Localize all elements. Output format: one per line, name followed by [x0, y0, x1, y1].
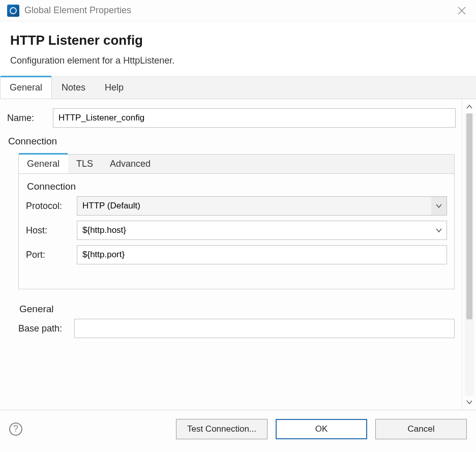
general-group: General Base path: — [7, 298, 462, 338]
sub-tab-tls[interactable]: TLS — [68, 155, 102, 173]
dialog-footer: ? Test Connection... OK Cancel — [0, 410, 476, 447]
general-group-label: General — [18, 298, 455, 319]
base-path-field[interactable] — [74, 319, 455, 338]
body-area: Name: Connection General TLS Advanced Co… — [0, 99, 476, 410]
name-label: Name: — [7, 113, 53, 124]
page-title: HTTP Listener config — [10, 33, 466, 48]
protocol-field[interactable] — [77, 196, 447, 216]
protocol-label: Protocol: — [26, 201, 77, 212]
host-row: Host: — [26, 221, 447, 240]
scroll-thumb[interactable] — [466, 113, 472, 319]
window-title: Global Element Properties — [24, 5, 455, 16]
tab-label: General — [10, 82, 42, 93]
connection-section-label: Connection — [7, 131, 462, 151]
port-input[interactable] — [77, 245, 447, 264]
tab-label: TLS — [76, 159, 93, 169]
tab-notes[interactable]: Notes — [52, 77, 95, 99]
scroll-up-icon[interactable] — [465, 102, 474, 111]
host-input[interactable] — [77, 221, 447, 240]
sub-body: Connection Protocol: Host: — [19, 174, 454, 289]
host-label: Host: — [26, 225, 77, 236]
name-row: Name: — [7, 105, 462, 131]
protocol-select[interactable] — [77, 196, 447, 216]
name-input[interactable] — [53, 108, 456, 128]
titlebar: Global Element Properties — [0, 0, 476, 21]
scroll-track[interactable] — [465, 113, 474, 396]
sub-tab-general[interactable]: General — [19, 155, 68, 173]
port-label: Port: — [26, 250, 77, 260]
tab-general[interactable]: General — [0, 77, 52, 99]
cancel-button[interactable]: Cancel — [375, 419, 467, 439]
dialog-header: HTTP Listener config Configuration eleme… — [0, 21, 476, 77]
base-path-label: Base path: — [18, 323, 74, 334]
base-path-row: Base path: — [18, 319, 455, 338]
tab-label: Advanced — [110, 159, 151, 169]
scroll-content: Name: Connection General TLS Advanced Co… — [0, 99, 462, 410]
port-field[interactable] — [77, 245, 447, 264]
ok-button[interactable]: OK — [276, 419, 367, 439]
help-icon[interactable]: ? — [9, 423, 22, 436]
vertical-scrollbar[interactable] — [462, 99, 476, 410]
test-connection-button[interactable]: Test Connection... — [176, 419, 267, 439]
app-icon — [7, 5, 19, 17]
scroll-down-icon[interactable] — [465, 398, 474, 407]
tab-label: Help — [105, 82, 124, 93]
connection-group-label: Connection — [26, 181, 447, 196]
protocol-row: Protocol: — [26, 196, 447, 216]
host-field[interactable] — [77, 221, 447, 240]
tab-label: Notes — [62, 82, 85, 93]
page-subtitle: Configuration element for a HttpListener… — [10, 55, 466, 66]
connection-sub-panel: General TLS Advanced Connection Protocol… — [18, 154, 455, 289]
close-icon[interactable] — [455, 4, 469, 18]
tab-help[interactable]: Help — [95, 77, 133, 99]
top-tabstrip: General Notes Help — [0, 77, 476, 99]
sub-tabstrip: General TLS Advanced — [19, 155, 454, 174]
base-path-input[interactable] — [74, 319, 455, 338]
sub-tab-advanced[interactable]: Advanced — [102, 155, 159, 173]
tab-label: General — [27, 159, 60, 169]
port-row: Port: — [26, 245, 447, 264]
